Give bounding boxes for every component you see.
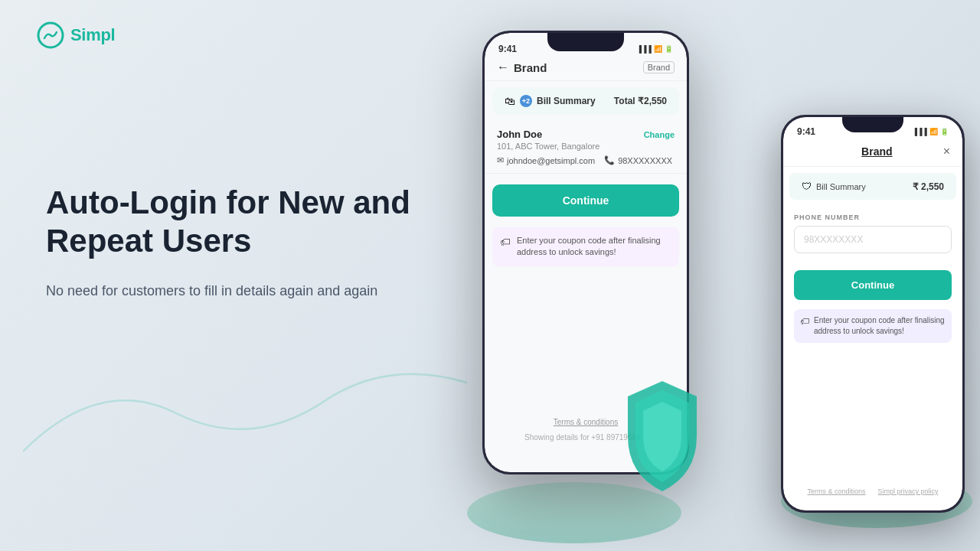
bg-wave xyxy=(23,337,467,490)
p2-bill-amount: ₹ 2,550 xyxy=(913,181,944,192)
subtext: No need for customers to fill in details… xyxy=(46,279,490,303)
phone-icon: 📞 xyxy=(604,155,615,165)
email-icon: ✉ xyxy=(497,155,504,165)
close-button[interactable]: × xyxy=(943,145,950,158)
signal-icon-2: ▐▐▐ xyxy=(913,128,927,135)
phone-1-coupon-note: 🏷 Enter your coupon code after finalisin… xyxy=(492,227,679,266)
change-button[interactable]: Change xyxy=(644,130,675,139)
coupon-icon-2: 🏷 xyxy=(800,315,809,328)
phone-value: 98XXXXXXXX xyxy=(618,156,672,165)
coupon-text: Enter your coupon code after finalising … xyxy=(517,235,671,259)
back-arrow-icon[interactable]: ← xyxy=(497,60,509,74)
headline: Auto-Login for New and Repeat Users xyxy=(46,184,490,261)
phone-1-header: ← Brand Brand xyxy=(485,57,687,81)
email-contact: ✉ johndoe@getsimpl.com xyxy=(497,155,595,165)
phone-1-title: Brand xyxy=(514,61,547,74)
shield-small-icon: 🛡 xyxy=(802,181,812,192)
phone-2-title: Brand xyxy=(861,145,892,158)
phone-1-brand-tag: Brand xyxy=(643,61,675,73)
wifi-icon-2: 📶 xyxy=(929,128,938,135)
phones-area: 9:41 ▐▐▐ 📶 🔋 ← Brand Brand 🛍 + xyxy=(444,23,980,543)
phone-2-notch xyxy=(842,117,903,132)
phone-1-bill-summary: 🛍 +2 Bill Summary Total ₹2,550 xyxy=(492,87,679,115)
shield-icon xyxy=(612,375,712,497)
phone-2-status-icons: ▐▐▐ 📶 🔋 xyxy=(913,128,949,135)
p2-privacy-label[interactable]: Simpl privacy policy xyxy=(878,487,939,495)
battery-icon: 🔋 xyxy=(665,45,673,53)
email-value: johndoe@getsimpl.com xyxy=(507,156,595,165)
address-line: 101, ABC Tower, Bangalore xyxy=(497,142,675,151)
simpl-logo-icon xyxy=(37,21,64,49)
bill-left: 🛍 +2 Bill Summary xyxy=(505,95,596,107)
phone-2-header: Brand × xyxy=(783,140,962,167)
phone-number-input[interactable]: 98XXXXXXXX xyxy=(794,226,952,253)
phone-1-continue-button[interactable]: Continue xyxy=(492,184,679,217)
signal-icon: ▐▐▐ xyxy=(637,45,652,53)
phone-placeholder: 98XXXXXXXX xyxy=(804,234,863,245)
phone-2-bill-row: 🛡 Bill Summary ₹ 2,550 xyxy=(789,173,956,200)
p2-terms-label[interactable]: Terms & conditions xyxy=(807,487,865,495)
phone-2-coupon-note: 🏷 Enter your coupon code after finalisin… xyxy=(794,309,952,343)
logo-text: Simpl xyxy=(70,25,115,45)
bag-icon: 🛍 xyxy=(505,95,515,107)
phone-2: 9:41 ▐▐▐ 📶 🔋 Brand × 🛡 Bill Summary xyxy=(781,115,965,513)
wifi-icon: 📶 xyxy=(654,45,662,53)
contact-row: ✉ johndoe@getsimpl.com 📞 98XXXXXXXX xyxy=(497,155,675,165)
phone-2-terms-row: Terms & conditions Simpl privacy policy xyxy=(783,487,962,495)
bill-badge: +2 xyxy=(520,95,532,107)
phone-number-section: PHONE NUMBER 98XXXXXXXX xyxy=(783,206,962,261)
battery-icon-2: 🔋 xyxy=(940,128,949,135)
phone-1-status-icons: ▐▐▐ 📶 🔋 xyxy=(637,45,673,53)
phone-1-header-left: ← Brand xyxy=(497,60,547,74)
shield-container xyxy=(612,375,712,497)
phone-1-notch xyxy=(547,33,624,51)
p2-bill-label: Bill Summary xyxy=(816,182,866,191)
coupon-icon: 🏷 xyxy=(500,235,511,250)
phone-1-time: 9:41 xyxy=(498,44,517,54)
terms-label: Terms & conditions xyxy=(554,418,618,426)
p2-bill-left: 🛡 Bill Summary xyxy=(802,181,866,192)
bill-total: Total ₹2,550 xyxy=(614,96,667,106)
logo: Simpl xyxy=(37,21,115,49)
phone-contact: 📞 98XXXXXXXX xyxy=(604,155,672,165)
user-name: John Doe xyxy=(497,129,542,140)
phone-1-address-section: John Doe Change 101, ABC Tower, Bangalor… xyxy=(485,121,687,174)
phone-2-time: 9:41 xyxy=(797,126,815,137)
p2-coupon-text: Enter your coupon code after finalising … xyxy=(814,315,946,337)
phone-2-screen: 9:41 ▐▐▐ 📶 🔋 Brand × 🛡 Bill Summary xyxy=(783,117,962,510)
left-content: Auto-Login for New and Repeat Users No n… xyxy=(46,184,490,302)
bill-label: Bill Summary xyxy=(537,96,596,106)
phone-2-continue-button[interactable]: Continue xyxy=(794,270,952,300)
phone-number-label: PHONE NUMBER xyxy=(794,214,952,221)
